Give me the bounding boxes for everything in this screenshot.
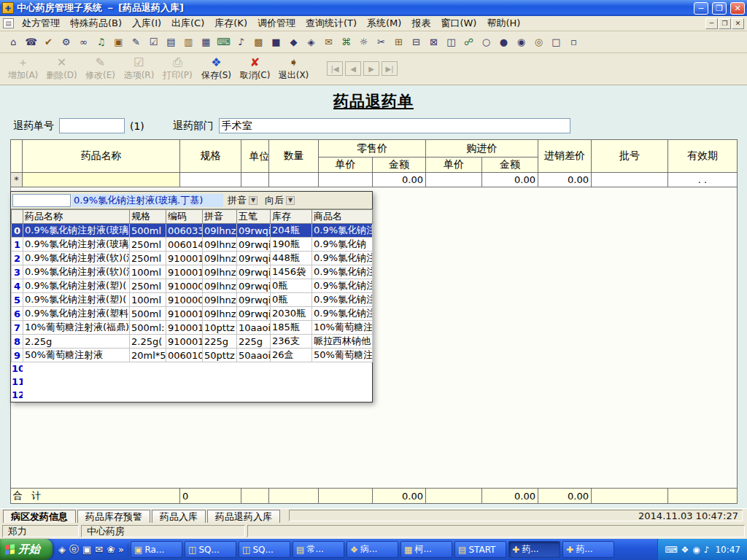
menu-item[interactable]: 出库(C): [166, 15, 209, 31]
toolbar-icon[interactable]: ▫: [566, 34, 581, 50]
toolbar-icon[interactable]: ⚙: [58, 34, 74, 50]
record-nav-button[interactable]: ▶: [363, 61, 379, 76]
task-button[interactable]: ✚ 药...: [508, 541, 560, 558]
toolbar-icon[interactable]: ∞: [76, 34, 91, 50]
toolbar-icon[interactable]: □: [549, 34, 564, 50]
toolbar-icon[interactable]: ⊠: [426, 34, 441, 50]
mdi-restore-button[interactable]: ❐: [719, 18, 731, 29]
lookup-mode-combo[interactable]: 拼音 ▼: [225, 194, 260, 207]
lookup-drug-name[interactable]: [23, 362, 130, 376]
task-button[interactable]: ❖ 病...: [347, 541, 398, 558]
purchase-price-cell[interactable]: [426, 173, 482, 187]
expiry-cell[interactable]: . .: [668, 173, 738, 187]
tray-icon[interactable]: ◉: [692, 545, 700, 555]
toolbar-icon[interactable]: ◎: [531, 34, 546, 50]
quick-launch-icon[interactable]: ▣: [82, 544, 91, 555]
tray-icon[interactable]: ♪: [704, 545, 710, 555]
mdi-close-button[interactable]: ✕: [732, 18, 744, 29]
action-button[interactable]: ＋ 增加(A): [6, 55, 40, 83]
action-button[interactable]: ✘ 取消(C): [238, 55, 272, 83]
action-button[interactable]: ✎ 修改(E): [83, 55, 117, 83]
menu-item[interactable]: 窗口(W): [436, 15, 481, 31]
menu-item[interactable]: 帮助(H): [481, 15, 525, 31]
quick-launch-icon[interactable]: »: [118, 544, 124, 555]
menu-item[interactable]: 入库(I): [127, 15, 166, 31]
retail-price-cell[interactable]: [319, 173, 373, 187]
lookup-drug-name[interactable]: 0.9%氯化钠注射液(软)(消: [23, 252, 130, 265]
toolbar-icon[interactable]: ♪: [233, 34, 249, 50]
menu-item[interactable]: 处方管理: [17, 15, 65, 31]
toolbar-icon[interactable]: ▥: [181, 34, 196, 50]
lookup-row[interactable]: 5 0.9%氯化钠注射液(塑)( 100ml 910000! 09lhnz 09…: [12, 293, 373, 307]
action-button[interactable]: ✕ 删除(D): [44, 55, 79, 83]
quick-launch-icon[interactable]: ◈: [58, 544, 66, 555]
lookup-drug-name[interactable]: 2.25g: [23, 335, 130, 349]
start-button[interactable]: 开始: [0, 539, 53, 560]
lookup-drug-name[interactable]: 50%葡萄糖注射液: [23, 349, 130, 362]
toolbar-icon[interactable]: ☑: [146, 34, 161, 50]
menu-item[interactable]: 报表: [406, 15, 436, 31]
toolbar-icon[interactable]: ⌨: [216, 34, 231, 50]
toolbar-icon[interactable]: ☼: [356, 34, 371, 50]
lookup-row[interactable]: 9 50%葡萄糖注射液 20ml*5 006010 50pttz 50aaoi …: [12, 349, 373, 362]
lookup-drug-name[interactable]: 0.9%氯化钠注射液(玻璃: [23, 238, 130, 252]
drug-name-cell[interactable]: [23, 173, 180, 187]
lookup-drug-name[interactable]: 0.9%氯化钠注射液(塑)(: [23, 279, 130, 293]
lookup-row[interactable]: 6 0.9%氯化钠注射液(塑料 500ml 910001( 09lhnz 09r…: [12, 307, 373, 321]
menu-item[interactable]: 库存(K): [209, 15, 252, 31]
bottom-tab[interactable]: 药品入库: [152, 510, 206, 523]
lookup-row[interactable]: 4 0.9%氯化钠注射液(塑)( 250ml 910000! 09lhnz 09…: [12, 279, 373, 293]
lookup-row[interactable]: 11: [12, 376, 373, 389]
menu-item[interactable]: 查询统计(T): [301, 15, 362, 31]
tray-icon[interactable]: ⌨: [665, 545, 677, 555]
dept-input[interactable]: [219, 118, 570, 133]
toolbar-icon[interactable]: ◈: [303, 34, 319, 50]
task-button[interactable]: ▣ Ra...: [131, 541, 182, 558]
toolbar-icon[interactable]: ⊞: [391, 34, 406, 50]
toolbar-icon[interactable]: ☎: [23, 34, 39, 50]
bill-no-input[interactable]: [59, 118, 125, 133]
toolbar-icon[interactable]: ○: [479, 34, 494, 50]
mdi-minimize-button[interactable]: ─: [705, 18, 718, 29]
toolbar-icon[interactable]: ⌘: [338, 34, 354, 50]
lookup-drug-name[interactable]: 0.9%氯化钠注射液(软)(消: [23, 265, 130, 279]
toolbar-icon[interactable]: ●: [496, 34, 511, 50]
bottom-tab[interactable]: 病区发药信息: [3, 510, 76, 523]
bottom-tab[interactable]: 药品退药入库: [207, 510, 280, 523]
lookup-search-input[interactable]: [12, 194, 71, 207]
task-button[interactable]: ◫ SQ...: [239, 541, 290, 558]
lookup-row[interactable]: 3 0.9%氯化钠注射液(软)(消 100ml 910001( 09lhnz 0…: [12, 265, 373, 279]
lookup-row[interactable]: 8 2.25g 2.25g( 910001: 225g 225g 236支 哌拉…: [12, 335, 373, 349]
menu-item[interactable]: 系统(M): [362, 15, 406, 31]
toolbar-icon[interactable]: ✔: [41, 34, 56, 50]
quick-launch-icon[interactable]: ⓔ: [69, 543, 79, 556]
toolbar-icon[interactable]: ⊟: [409, 34, 424, 50]
lookup-direction-combo[interactable]: 向后 ▼: [262, 194, 298, 207]
toolbar-icon[interactable]: ♫: [93, 34, 109, 50]
lookup-drug-name[interactable]: 0.9%氯化钠注射液(塑)(: [23, 293, 130, 307]
lookup-row[interactable]: 2 0.9%氯化钠注射液(软)(消 250ml 910001( 09lhnz 0…: [12, 252, 373, 265]
minimize-button[interactable]: ─: [694, 2, 708, 15]
lookup-drug-name[interactable]: [23, 376, 130, 389]
task-button[interactable]: ▦ 柯...: [400, 541, 452, 558]
menu-item[interactable]: 特殊药品(B): [65, 15, 127, 31]
toolbar-icon[interactable]: ■: [268, 34, 284, 50]
restore-button[interactable]: ❐: [712, 2, 727, 15]
lookup-row[interactable]: 10: [12, 362, 373, 376]
lookup-drug-name[interactable]: 0.9%氯化钠注射液(塑料: [23, 307, 130, 321]
lookup-drug-name[interactable]: 0.9%氯化钠注射液(玻璃.: [23, 224, 130, 238]
unit-cell[interactable]: [241, 173, 269, 187]
toolbar-icon[interactable]: ✂: [374, 34, 389, 50]
lookup-row[interactable]: 12: [12, 389, 373, 402]
task-button[interactable]: ▤ START: [454, 541, 506, 558]
toolbar-icon[interactable]: ✎: [128, 34, 144, 50]
qty-cell[interactable]: [269, 173, 319, 187]
lookup-row[interactable]: 7 10%葡萄糖注射液(福鼎) 500ml: 910001! 10pttz 10…: [12, 321, 373, 335]
toolbar-icon[interactable]: ◉: [514, 34, 529, 50]
bottom-tab[interactable]: 药品库存预警: [77, 510, 150, 523]
toolbar-icon[interactable]: ▩: [251, 34, 266, 50]
batch-cell[interactable]: [592, 173, 668, 187]
record-nav-button[interactable]: |◀: [327, 61, 343, 76]
lookup-row[interactable]: 0 0.9%氯化钠注射液(玻璃. 500ml 006033 09lhnz 09r…: [12, 224, 373, 238]
menu-item[interactable]: 调价管理: [252, 15, 301, 31]
